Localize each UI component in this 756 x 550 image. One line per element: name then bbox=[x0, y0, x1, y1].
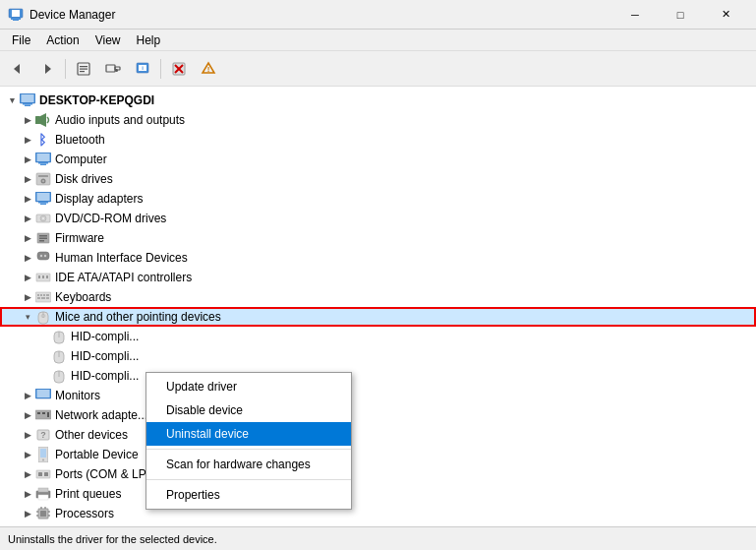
tree-item-firmware[interactable]: ▶Firmware bbox=[0, 228, 756, 248]
tree-item-computer[interactable]: ▶Computer bbox=[0, 150, 756, 169]
close-button[interactable]: ✕ bbox=[703, 0, 748, 30]
tree-item-ide[interactable]: ▶IDE ATA/ATAPI controllers bbox=[0, 268, 756, 287]
toggle-print[interactable]: ▶ bbox=[20, 486, 35, 502]
back-button[interactable] bbox=[4, 55, 31, 83]
uninstall-toolbar-button[interactable]: ! bbox=[195, 55, 222, 83]
ctx-item-disable[interactable]: Disable device bbox=[146, 398, 351, 422]
toggle-display[interactable]: ▶ bbox=[20, 191, 35, 207]
ctx-item-properties[interactable]: Properties bbox=[146, 483, 351, 507]
properties-toolbar-button[interactable] bbox=[70, 55, 97, 83]
tree-item-audio[interactable]: ▶Audio inputs and outputs bbox=[0, 110, 756, 130]
svg-rect-59 bbox=[37, 297, 40, 299]
svg-rect-37 bbox=[37, 193, 50, 201]
window-controls: ─ □ ✕ bbox=[612, 0, 748, 30]
update-driver-button[interactable]: i bbox=[129, 55, 156, 83]
toggle-audio[interactable]: ▶ bbox=[20, 112, 35, 128]
menu-action[interactable]: Action bbox=[38, 31, 87, 49]
tree-root[interactable]: ▾ DESKTOP-KEPQGDI bbox=[0, 91, 756, 110]
toggle-other[interactable]: ▶ bbox=[20, 427, 35, 443]
svg-rect-7 bbox=[80, 66, 87, 67]
label-bluetooth: Bluetooth bbox=[55, 133, 105, 147]
toggle-mice[interactable]: ▾ bbox=[20, 309, 35, 325]
forward-button[interactable] bbox=[33, 55, 61, 83]
toggle-network[interactable]: ▶ bbox=[20, 407, 35, 423]
tree-item-processors[interactable]: ▶Processors bbox=[0, 504, 756, 523]
tree-item-display[interactable]: ▶Display adapters bbox=[0, 189, 756, 209]
svg-rect-10 bbox=[106, 65, 115, 72]
toggle-portable[interactable]: ▶ bbox=[20, 447, 35, 462]
toggle-disk[interactable]: ▶ bbox=[20, 171, 35, 187]
main-content: ▾ DESKTOP-KEPQGDI ▶Audio inputs and outp… bbox=[0, 87, 756, 526]
svg-rect-89 bbox=[40, 511, 46, 517]
toggle-bluetooth[interactable]: ▶ bbox=[20, 132, 35, 148]
tree-item-keyboards[interactable]: ▶Keyboards bbox=[0, 287, 756, 307]
toggle-hid1[interactable] bbox=[35, 329, 51, 344]
window-title: Device Manager bbox=[29, 8, 612, 22]
tree-item-print[interactable]: ▶Print queues bbox=[0, 484, 756, 504]
maximize-button[interactable]: □ bbox=[658, 0, 703, 30]
tree-item-monitors[interactable]: ▶Monitors bbox=[0, 386, 756, 405]
label-computer: Computer bbox=[55, 153, 107, 166]
svg-rect-53 bbox=[46, 275, 48, 278]
root-toggle[interactable]: ▾ bbox=[4, 92, 20, 108]
toggle-hid[interactable]: ▶ bbox=[20, 250, 35, 266]
ctx-item-uninstall[interactable]: Uninstall device bbox=[146, 422, 351, 446]
svg-rect-9 bbox=[80, 71, 85, 72]
tree-item-hid2[interactable]: HID-compli... bbox=[0, 346, 756, 366]
tree-item-ports[interactable]: ▶Ports (COM & LPT) bbox=[0, 464, 756, 484]
device-tree[interactable]: ▾ DESKTOP-KEPQGDI ▶Audio inputs and outp… bbox=[0, 87, 756, 526]
tree-item-disk[interactable]: ▶Disk drives bbox=[0, 169, 756, 189]
tree-item-network[interactable]: ▶Network adapte... bbox=[0, 405, 756, 425]
toggle-computer[interactable]: ▶ bbox=[20, 152, 35, 167]
toggle-keyboards[interactable]: ▶ bbox=[20, 289, 35, 305]
tree-item-other[interactable]: ▶?Other devices bbox=[0, 425, 756, 445]
disable-button[interactable] bbox=[165, 55, 193, 83]
icon-bluetooth: ᛒ bbox=[35, 132, 51, 148]
svg-rect-60 bbox=[41, 297, 45, 299]
toggle-processors[interactable]: ▶ bbox=[20, 506, 35, 521]
tree-item-software-comp[interactable]: ▶Software components bbox=[0, 523, 756, 526]
toggle-hid3[interactable] bbox=[35, 368, 51, 384]
svg-rect-57 bbox=[43, 294, 45, 296]
label-audio: Audio inputs and outputs bbox=[55, 113, 185, 127]
ctx-item-update[interactable]: Update driver bbox=[146, 375, 351, 398]
svg-rect-3 bbox=[13, 20, 19, 21]
title-bar: Device Manager ─ □ ✕ bbox=[0, 0, 756, 30]
svg-rect-51 bbox=[38, 275, 40, 278]
icon-processors bbox=[35, 506, 51, 521]
svg-rect-45 bbox=[39, 238, 47, 240]
tree-item-dvd[interactable]: ▶DVD/CD-ROM drives bbox=[0, 209, 756, 228]
menu-help[interactable]: Help bbox=[129, 31, 169, 49]
label-ports: Ports (COM & LPT) bbox=[55, 467, 157, 481]
menu-view[interactable]: View bbox=[87, 31, 129, 49]
icon-network bbox=[35, 407, 51, 423]
icon-keyboards bbox=[35, 289, 51, 305]
toggle-firmware[interactable]: ▶ bbox=[20, 230, 35, 246]
tree-item-portable[interactable]: ▶Portable Device bbox=[0, 445, 756, 464]
scan-hardware-button[interactable] bbox=[99, 55, 127, 83]
svg-rect-52 bbox=[42, 275, 44, 278]
toggle-software-comp[interactable]: ▶ bbox=[20, 525, 35, 526]
ctx-item-scan[interactable]: Scan for hardware changes bbox=[146, 453, 351, 476]
svg-rect-80 bbox=[40, 449, 46, 458]
minimize-button[interactable]: ─ bbox=[612, 0, 658, 30]
svg-rect-58 bbox=[46, 294, 49, 296]
menu-file[interactable]: File bbox=[4, 31, 38, 49]
toggle-monitors[interactable]: ▶ bbox=[20, 388, 35, 403]
svg-rect-46 bbox=[39, 240, 44, 242]
status-text: Uninstalls the driver for the selected d… bbox=[8, 533, 217, 545]
tree-item-hid3[interactable]: HID-compli... bbox=[0, 366, 756, 386]
toggle-dvd[interactable]: ▶ bbox=[20, 211, 35, 226]
icon-portable bbox=[35, 447, 51, 462]
svg-rect-55 bbox=[37, 294, 39, 296]
tree-item-bluetooth[interactable]: ▶ᛒBluetooth bbox=[0, 130, 756, 150]
tree-item-mice[interactable]: ▾Mice and other pointing devices bbox=[0, 307, 756, 327]
tree-item-hid[interactable]: ▶Human Interface Devices bbox=[0, 248, 756, 268]
ctx-sep-sep2 bbox=[146, 479, 351, 480]
toggle-ide[interactable]: ▶ bbox=[20, 270, 35, 285]
svg-rect-2 bbox=[11, 18, 21, 20]
toggle-ports[interactable]: ▶ bbox=[20, 466, 35, 482]
toggle-hid2[interactable] bbox=[35, 348, 51, 364]
tree-item-hid1[interactable]: HID-compli... bbox=[0, 327, 756, 346]
svg-rect-86 bbox=[38, 488, 48, 492]
